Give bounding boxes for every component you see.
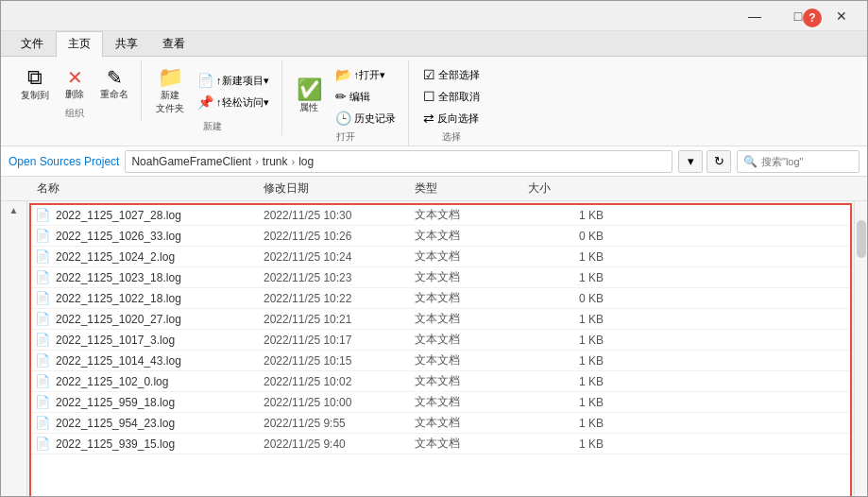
file-date: 2022/11/25 10:21 [264,313,415,326]
rename-button[interactable]: ✎ 重命名 [95,65,133,104]
file-row[interactable]: 📄 2022_1125_1020_27.log 2022/11/25 10:21… [31,309,850,330]
file-size: 1 KB [528,417,604,430]
open-button[interactable]: 📂 ↑打开▾ [331,64,400,85]
edit-button[interactable]: ✏ 编辑 [331,86,400,107]
group-label-select: 选择 [442,130,461,144]
file-size: 0 KB [528,292,604,305]
file-row[interactable]: 📄 2022_1125_1026_33.log 2022/11/25 10:26… [31,226,850,247]
refresh-button[interactable]: ↻ [706,150,731,173]
tab-label[interactable]: Open Sources Project [9,155,119,168]
new-folder-button[interactable]: 📁 新建文件夹 [151,64,189,118]
breadcrumb-current[interactable]: log [298,155,314,168]
delete-icon: ✕ [67,68,83,87]
new-col: 📄 ↑新建项目▾ 📌 ↑轻松访问▾ [193,70,274,112]
file-name: 2022_1125_1026_33.log [56,230,264,243]
title-bar-buttons: — □ ✕ [733,1,863,31]
history-button[interactable]: 🕒 历史记录 [331,108,400,129]
scroll-thumb[interactable] [857,220,866,258]
file-row[interactable]: 📄 2022_1125_1022_18.log 2022/11/25 10:22… [31,288,850,309]
addr-actions: ▾ ↻ [678,150,731,173]
select-all-button[interactable]: ☑ 全部选择 [418,64,485,85]
file-icon: 📄 [35,395,50,409]
file-name: 2022_1125_1024_2.log [56,250,264,264]
col-header-type[interactable]: 类型 [407,177,520,200]
sidebar-arrow[interactable]: ▲ [9,205,19,215]
file-row[interactable]: 📄 2022_1125_1027_28.log 2022/11/25 10:30… [31,205,850,226]
file-icon: 📄 [35,270,50,284]
scrollbar-vertical[interactable] [854,201,867,497]
file-row[interactable]: 📄 2022_1125_1023_18.log 2022/11/25 10:23… [31,267,850,288]
file-name: 2022_1125_1020_27.log [56,313,264,326]
file-date: 2022/11/25 10:30 [264,209,415,222]
file-name: 2022_1125_959_18.log [56,396,264,409]
group-label-organize: 组织 [65,107,84,120]
breadcrumb-sep-0: › [255,156,259,167]
properties-icon: ✅ [297,79,322,100]
ribbon-group-organize: ⧉ 复制到 ✕ 删除 ✎ 重命名 组织 [9,60,142,122]
file-row[interactable]: 📄 2022_1125_959_18.log 2022/11/25 10:00 … [31,392,850,413]
col-header-size[interactable]: 大小 [520,177,596,200]
file-list[interactable]: 📄 2022_1125_1027_28.log 2022/11/25 10:30… [29,203,852,497]
file-row[interactable]: 📄 2022_1125_102_0.log 2022/11/25 10:02 文… [31,371,850,392]
easy-access-button[interactable]: 📌 ↑轻松访问▾ [193,92,274,112]
ribbon-group-open: ✅ 属性 📂 ↑打开▾ ✏ 编辑 🕒 [284,60,409,146]
ribbon-group-select: ☑ 全部选择 ☐ 全部取消 ⇄ 反向选择 选择 [411,60,492,146]
file-row[interactable]: 📄 2022_1125_939_15.log 2022/11/25 9:40 文… [31,434,850,454]
file-name: 2022_1125_1014_43.log [56,354,264,368]
breadcrumb-item-0[interactable]: NoahGameFrameClient [131,155,251,168]
file-type: 文本文档 [415,415,528,431]
search-icon: 🔍 [743,155,757,168]
file-type: 文本文档 [415,352,528,368]
new-folder-icon: 📁 [158,67,183,88]
open-col: 📂 ↑打开▾ ✏ 编辑 🕒 历史记录 [331,64,400,129]
search-box[interactable]: 🔍 [737,150,859,173]
file-name: 2022_1125_1027_28.log [56,209,264,222]
delete-button[interactable]: ✕ 删除 [58,65,92,104]
help-icon[interactable]: ? [803,9,822,27]
file-date: 2022/11/25 10:17 [264,334,415,347]
dropdown-button[interactable]: ▾ [678,150,703,173]
tab-file[interactable]: 文件 [9,31,56,56]
file-size: 1 KB [528,209,604,222]
file-size: 1 KB [528,354,604,368]
select-col: ☑ 全部选择 ☐ 全部取消 ⇄ 反向选择 [418,64,485,129]
file-date: 2022/11/25 10:15 [264,354,415,368]
file-row[interactable]: 📄 2022_1125_1017_3.log 2022/11/25 10:17 … [31,330,850,351]
file-row[interactable]: 📄 2022_1125_1014_43.log 2022/11/25 10:15… [31,351,850,371]
ribbon-group-new: 📁 新建文件夹 📄 ↑新建项目▾ 📌 ↑轻松访问▾ 新 [144,60,282,135]
tab-share[interactable]: 共享 [103,31,150,56]
file-size: 1 KB [528,375,604,388]
file-icon: 📄 [35,437,50,451]
file-date: 2022/11/25 10:24 [264,250,415,264]
properties-button[interactable]: ✅ 属性 [292,77,327,117]
new-item-button[interactable]: 📄 ↑新建项目▾ [193,70,274,91]
file-row[interactable]: 📄 2022_1125_1024_2.log 2022/11/25 10:24 … [31,247,850,267]
ribbon-tabs: 文件 主页 共享 查看 [1,31,867,57]
file-icon: 📄 [35,291,50,305]
breadcrumb[interactable]: NoahGameFrameClient › trunk › log [125,150,672,173]
invert-select-button[interactable]: ⇄ 反向选择 [418,108,485,129]
close-button[interactable]: ✕ [820,1,863,31]
breadcrumb-item-1[interactable]: trunk [263,155,288,168]
col-header-date[interactable]: 修改日期 [256,177,407,200]
file-type: 文本文档 [415,228,528,244]
tab-home[interactable]: 主页 [56,31,103,57]
deselect-all-button[interactable]: ☐ 全部取消 [418,86,485,107]
col-header-name[interactable]: 名称 [29,177,256,200]
tab-view[interactable]: 查看 [150,31,197,56]
new-item-icon: 📄 [197,73,213,88]
search-input[interactable] [761,156,853,167]
deselect-all-icon: ☐ [423,89,435,104]
copy-button[interactable]: ⧉ 复制到 [16,64,54,105]
breadcrumb-sep-1: › [291,156,295,167]
file-name: 2022_1125_1022_18.log [56,292,264,305]
file-size: 0 KB [528,230,604,243]
file-size: 1 KB [528,271,604,284]
file-type: 文本文档 [415,290,528,306]
file-row[interactable]: 📄 2022_1125_954_23.log 2022/11/25 9:55 文… [31,413,850,434]
file-type: 文本文档 [415,332,528,348]
file-type: 文本文档 [415,373,528,389]
file-size: 1 KB [528,334,604,347]
minimize-button[interactable]: — [733,1,776,31]
file-icon: 📄 [35,374,50,388]
